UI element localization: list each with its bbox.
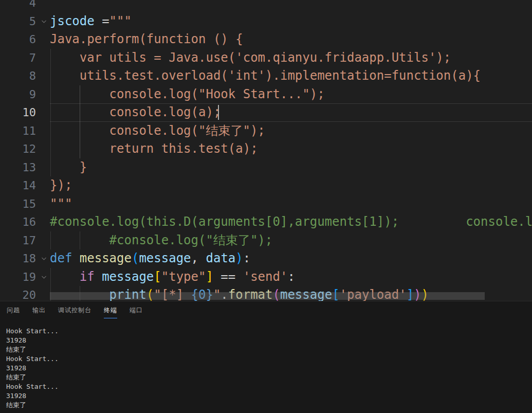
code-token	[72, 251, 79, 265]
code-text: });	[50, 176, 72, 195]
vscode-window: { "colors": { "str": "#ce9178", "comment…	[0, 0, 532, 413]
code-token: return this.test(a);	[50, 141, 258, 156]
code-text: return this.test(a);	[50, 140, 258, 158]
code-line-14[interactable]: 14});	[0, 176, 532, 195]
code-token: console.log(a);	[50, 105, 221, 119]
code-token: var utils = Java.use('com.qianyu.fridaap…	[50, 50, 451, 65]
fold-chevron-down-icon[interactable]	[39, 268, 49, 286]
code-text: Java.perform(function () {	[50, 30, 243, 49]
code-token: });	[50, 178, 72, 192]
panel-tab-3[interactable]: 终端	[104, 306, 117, 318]
line-number: 15	[0, 195, 36, 213]
code-token	[198, 251, 206, 265]
panel-tab-bar: 问题输出调试控制台终端端口	[0, 301, 532, 318]
terminal-line: Hook Start...	[6, 382, 532, 391]
code-token: Java.perform(function () {	[50, 32, 243, 46]
code-line-15[interactable]: 15"""	[0, 195, 532, 213]
bottom-panel: 问题输出调试控制台终端端口 Hook Start...31928结束了Hook …	[0, 301, 532, 413]
terminal-line: Hook Start...	[6, 327, 532, 336]
code-token: :	[243, 251, 250, 265]
code-text: var utils = Java.use('com.qianyu.fridaap…	[50, 49, 451, 67]
panel-tab-1[interactable]: 输出	[32, 306, 46, 318]
code-text: }	[50, 158, 87, 177]
code-text: console.log("Hook Start...");	[50, 85, 325, 104]
code-token: jscode	[50, 14, 95, 28]
code-editor[interactable]: 45jscode ="""6Java.perform(function () {…	[0, 0, 532, 301]
panel-tab-4[interactable]: 端口	[130, 306, 143, 318]
code-token: [	[154, 270, 161, 284]
line-number: 14	[0, 176, 36, 195]
code-token: console.log("Hook Start...");	[50, 87, 325, 101]
code-token: message	[102, 270, 154, 284]
code-line-7[interactable]: 7 var utils = Java.use('com.qianyu.frida…	[0, 49, 532, 67]
fold-chevron-down-icon[interactable]	[39, 12, 49, 31]
code-token: data	[206, 251, 235, 265]
line-number: 5	[0, 12, 36, 31]
panel-tab-2[interactable]: 调试控制台	[58, 306, 91, 318]
code-text: console.log("结束了");	[50, 122, 265, 140]
line-number: 12	[0, 140, 36, 158]
code-line-17[interactable]: 17 #console.log("结束了");	[0, 231, 532, 250]
code-line-18[interactable]: 18def message(message, data):	[0, 249, 532, 268]
horizontal-scrollbar[interactable]	[50, 292, 485, 300]
code-token: #console.log(this.D(arguments[0],argumen…	[50, 214, 532, 229]
terminal-line: 结束了	[6, 401, 532, 410]
line-number: 11	[0, 122, 36, 140]
code-token: =	[95, 14, 109, 28]
code-token: ,	[191, 251, 198, 265]
code-token: (	[132, 251, 139, 265]
line-number: 8	[0, 67, 36, 85]
line-number: 17	[0, 231, 36, 250]
code-token	[95, 270, 102, 284]
code-token: def	[50, 251, 72, 265]
code-token: utils.test.overload('int').implementatio…	[50, 68, 481, 83]
panel-tab-0[interactable]: 问题	[7, 306, 20, 318]
code-token: "type"	[161, 270, 206, 284]
code-line-4[interactable]: 4	[0, 0, 532, 12]
code-text: """	[50, 195, 72, 213]
code-text: if message["type"] == 'send':	[50, 268, 295, 286]
code-line-19[interactable]: 19 if message["type"] == 'send':	[0, 268, 532, 286]
terminal-output[interactable]: Hook Start...31928结束了Hook Start...31928结…	[6, 327, 532, 413]
code-token: ]	[206, 270, 213, 284]
line-number: 9	[0, 85, 36, 104]
line-number: 13	[0, 158, 36, 177]
code-token: """	[50, 196, 72, 211]
line-number: 6	[0, 30, 36, 49]
code-text: #console.log(this.D(arguments[0],argumen…	[50, 213, 532, 231]
terminal-line: 结束了	[6, 373, 532, 382]
line-number: 16	[0, 213, 36, 231]
code-token: console.log("结束了");	[50, 123, 265, 138]
line-number: 10	[0, 103, 36, 122]
code-token: message	[139, 251, 191, 265]
code-text: console.log(a);	[50, 103, 221, 122]
code-token: 'send'	[243, 270, 288, 284]
code-line-16[interactable]: 16#console.log(this.D(arguments[0],argum…	[0, 213, 532, 231]
line-number: 19	[0, 268, 36, 286]
terminal-line: 31928	[6, 364, 532, 373]
code-token: #console.log("结束了");	[50, 233, 272, 247]
code-token	[50, 270, 80, 284]
terminal-line: 31928	[6, 336, 532, 345]
terminal-line: 结束了	[6, 345, 532, 354]
code-text: #console.log("结束了");	[50, 231, 272, 250]
fold-chevron-down-icon[interactable]	[39, 249, 49, 268]
line-number: 20	[0, 286, 36, 301]
code-line-5[interactable]: 5jscode ="""	[0, 12, 532, 31]
line-number: 4	[0, 0, 36, 12]
code-line-13[interactable]: 13 }	[0, 158, 532, 177]
code-line-12[interactable]: 12 return this.test(a);	[0, 140, 532, 158]
code-line-9[interactable]: 9 console.log("Hook Start...");	[0, 85, 532, 104]
code-token: """	[109, 14, 132, 28]
code-token: message	[80, 251, 132, 265]
terminal-line: Hook Start...	[6, 354, 532, 364]
text-cursor	[218, 105, 219, 120]
code-line-8[interactable]: 8 utils.test.overload('int').implementat…	[0, 67, 532, 85]
line-number: 18	[0, 249, 36, 268]
code-line-6[interactable]: 6Java.perform(function () {	[0, 30, 532, 49]
code-line-11[interactable]: 11 console.log("结束了");	[0, 122, 532, 140]
code-token: }	[50, 160, 87, 174]
code-line-10[interactable]: 10 console.log(a);	[0, 103, 532, 122]
code-text: jscode ="""	[50, 12, 132, 31]
terminal-line: 31928	[6, 391, 532, 401]
